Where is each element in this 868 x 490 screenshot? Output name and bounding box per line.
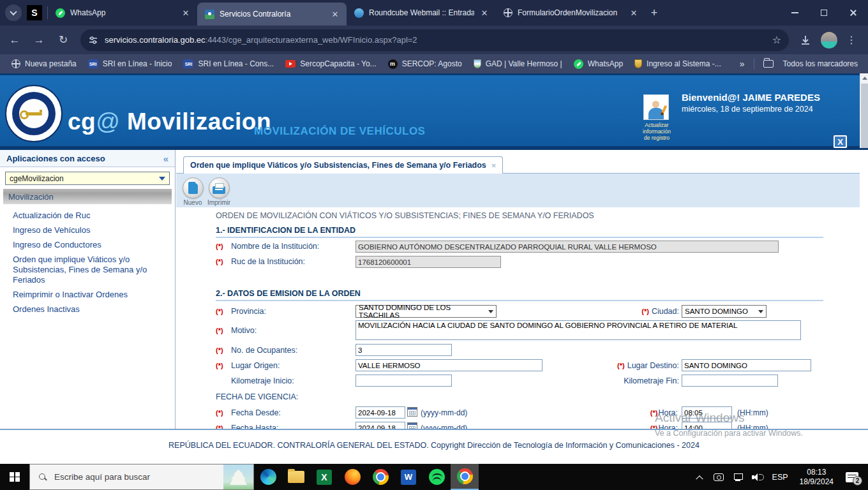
motivo-label: Motivo: [231, 326, 257, 335]
tab-whatsapp[interactable]: WhatsApp ✕ [48, 0, 197, 26]
bookmark-item[interactable]: SercopCapacita - Yo... [285, 59, 376, 68]
folder-icon [763, 60, 774, 68]
excel-icon [317, 470, 332, 485]
taskbar-chrome[interactable] [366, 464, 394, 490]
ciudad-value: SANTO DOMINGO [685, 308, 748, 315]
ciudad-select[interactable]: SANTO DOMINGO [682, 305, 767, 318]
taskbar-chrome-active[interactable] [451, 464, 479, 490]
bookmarks-overflow-button[interactable]: » [740, 59, 745, 69]
clock-time: 08:13 [800, 468, 834, 477]
taskbar-clock[interactable]: 08:13 18/9/2024 [796, 468, 837, 487]
tab-search-button[interactable] [5, 4, 22, 21]
sidebar-group-movilizacion[interactable]: Movilización [3, 189, 172, 204]
sri-icon [88, 59, 98, 68]
sidebar-item-actualizacion-ruc[interactable]: Actualización de Ruc [13, 211, 169, 221]
tab-close-icon[interactable]: ✕ [629, 8, 639, 18]
minimize-icon [791, 12, 798, 13]
taskbar-file-explorer[interactable] [282, 464, 310, 490]
language-indicator[interactable]: ESP [768, 473, 792, 482]
sidebar-item-ingreso-conductores[interactable]: Ingreso de Conductores [13, 240, 169, 250]
all-bookmarks-button[interactable]: Todos los marcadores [763, 59, 858, 68]
sidebar-header: Aplicaciones con acceso « [0, 150, 175, 167]
meet-now-button[interactable] [711, 464, 726, 490]
bookmark-item[interactable]: SRI en Línea - Cons... [183, 59, 274, 68]
sidebar-item-orden-viaticos[interactable]: Orden que implique Viáticos y/o Subsiste… [13, 255, 169, 285]
tab-close-icon[interactable]: ✕ [330, 10, 340, 19]
tab-close-icon[interactable]: ✕ [181, 8, 191, 18]
close-button[interactable] [839, 0, 868, 26]
taskbar-search[interactable]: Escribe aquí para buscar [29, 464, 254, 490]
hidden-icons-button[interactable] [692, 464, 707, 490]
ruc-institucion-input[interactable] [355, 256, 501, 268]
taskbar-edge[interactable] [254, 464, 282, 490]
browser-menu-icon[interactable]: ⋮ [846, 34, 857, 46]
taskbar-word[interactable] [394, 464, 423, 490]
bookmark-star-icon[interactable]: ☆ [772, 34, 781, 46]
volume-button[interactable] [749, 464, 765, 490]
start-button[interactable] [0, 464, 29, 490]
km-fin-input[interactable] [682, 375, 778, 387]
collapse-sidebar-icon[interactable]: « [163, 153, 168, 164]
download-icon[interactable] [799, 34, 812, 47]
address-bar[interactable]: servicios.contraloria.gob.ec:4443/cge_ar… [80, 29, 789, 51]
content-tab-orden[interactable]: Orden que implique Viáticos y/o Subsiste… [183, 156, 503, 174]
content-tab-close-icon[interactable]: × [491, 161, 497, 170]
tab-formulario[interactable]: FormularioOrdenMovilizacion ✕ [496, 0, 645, 26]
sidebar-item-ingreso-vehiculos[interactable]: Ingreso de Vehículos [13, 225, 169, 235]
site-settings-icon[interactable] [88, 35, 98, 45]
scroll-up-button[interactable] [860, 73, 868, 82]
nombre-institucion-input[interactable] [355, 241, 779, 253]
update-registration-link[interactable]: Actualizar información de registro [638, 122, 675, 141]
taskbar-firefox[interactable] [338, 464, 366, 490]
taskbar-excel[interactable] [310, 464, 338, 490]
km-fin-label: Kilometraje Fin: [624, 376, 679, 385]
taskbar-spotify[interactable] [423, 464, 451, 490]
fecha-desde-input[interactable] [355, 406, 405, 419]
motivo-textarea[interactable]: MOVILIZACIÓN HACIA LA CIUDAD DE SANTO DO… [355, 320, 801, 340]
tab-roundcube[interactable]: Roundcube Webmail :: Entrada ✕ [347, 0, 496, 26]
notifications-button[interactable]: 2 [841, 464, 863, 490]
user-avatar[interactable] [643, 94, 669, 120]
tab-close-icon[interactable]: ✕ [479, 8, 490, 18]
search-highlight-image[interactable] [223, 464, 253, 489]
bookmark-item[interactable]: SERCOP: Agosto [388, 59, 462, 69]
key-icon [26, 112, 42, 115]
network-button[interactable] [730, 464, 745, 490]
provincia-select[interactable]: SANTO DOMINGO DE LOS TSACHILAS [355, 305, 497, 318]
new-button[interactable]: Nuevo [180, 177, 206, 206]
sidebar-item-ordenes-inactivas[interactable]: Ordenes Inactivas [13, 304, 169, 315]
profile-avatar[interactable] [821, 32, 837, 48]
tab-label: Servicios Contraloría [220, 10, 325, 19]
browser-toolbar: ← → ↻ servicios.contraloria.gob.ec:4443/… [0, 26, 868, 54]
calendar-icon[interactable] [407, 407, 417, 417]
tab-servicios-contraloria[interactable]: Servicios Contraloría ✕ [197, 3, 347, 26]
lugar-origen-input[interactable] [355, 359, 542, 371]
required-marker: (*) [216, 242, 223, 250]
application-select[interactable]: cgeMovilizacion [5, 172, 170, 185]
ocupantes-input[interactable] [355, 344, 452, 356]
hora-desde-input[interactable] [682, 406, 732, 419]
scrollbar-thumb[interactable] [861, 84, 868, 154]
reload-button[interactable]: ↻ [54, 31, 73, 50]
bookmark-item[interactable]: GAD | Valle Hermoso | [474, 59, 562, 68]
back-button[interactable]: ← [5, 31, 24, 50]
bookmark-item[interactable]: Nueva pestaña [11, 59, 77, 68]
print-button[interactable]: Imprimir [206, 177, 232, 206]
minimize-button[interactable] [780, 0, 809, 26]
lugar-destino-input[interactable] [682, 359, 811, 371]
forward-button[interactable]: → [29, 31, 49, 50]
bookmark-label: SERCOP: Agosto [402, 59, 462, 68]
new-tab-button[interactable]: + [645, 4, 663, 22]
url-text[interactable]: servicios.contraloria.gob.ec:4443/cge_ar… [105, 35, 767, 45]
km-inicio-input[interactable] [355, 375, 452, 387]
bookmark-item[interactable]: SRI en Línea - Inicio [88, 59, 172, 68]
bookmark-item[interactable]: Ingreso al Sistema -... [634, 59, 721, 68]
app-brand: cg@ Movilizacion [68, 108, 271, 135]
logout-close-button[interactable]: X [834, 135, 847, 148]
sidebar-item-reimprimir-ordenes[interactable]: Reimprimir o Inactivar Ordenes [13, 290, 169, 300]
restore-button[interactable] [809, 0, 839, 26]
bookmark-item[interactable]: WhatsApp [574, 59, 623, 69]
bookmark-label: Ingreso al Sistema -... [647, 59, 721, 68]
pinned-tab[interactable]: S [22, 0, 47, 26]
whatsapp-icon [574, 59, 583, 69]
